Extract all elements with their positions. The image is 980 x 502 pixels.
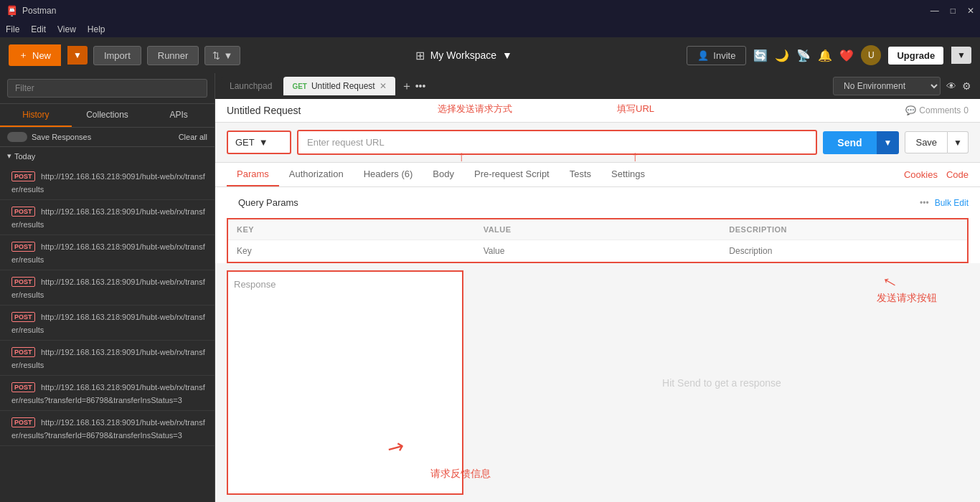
code-link[interactable]: Code xyxy=(946,169,969,180)
invite-button[interactable]: 👤 Invite xyxy=(687,46,746,65)
moon-icon[interactable]: 🌙 xyxy=(775,49,789,62)
list-item[interactable]: POST http://192.168.163.218:9091/hubt-we… xyxy=(0,200,215,235)
chevron-down-icon: ▾ xyxy=(7,151,11,161)
avatar[interactable]: U xyxy=(861,45,881,65)
new-dropdown-button[interactable]: ▼ xyxy=(67,46,88,65)
comments-button[interactable]: 💬 Comments 0 xyxy=(905,105,969,115)
description-column-header: DESCRIPTION xyxy=(720,219,968,240)
close-btn[interactable]: ✕ xyxy=(967,6,974,16)
list-item[interactable]: POST http://192.168.163.218:9091/hubt-we… xyxy=(0,306,215,341)
title-bar-left: 📮 Postman xyxy=(6,5,56,16)
tab-collections[interactable]: Collections xyxy=(72,104,143,127)
environment-select[interactable]: No Environment xyxy=(833,77,941,95)
sync-icon: ⇅ xyxy=(212,50,220,61)
tab-apis[interactable]: APIs xyxy=(143,104,215,127)
method-badge: POST xyxy=(11,382,35,392)
tab-untitled-request[interactable]: GET Untitled Request ✕ xyxy=(283,77,395,95)
import-button[interactable]: Import xyxy=(93,46,141,65)
eye-icon[interactable]: 👁 xyxy=(946,80,956,92)
send-button[interactable]: Send xyxy=(823,131,876,154)
item-url: http://192.168.163.218:9091/hubt-web/rx/… xyxy=(11,242,205,264)
menu-edit[interactable]: Edit xyxy=(31,24,46,34)
url-input[interactable] xyxy=(298,131,816,153)
cookies-code-area: Cookies Code xyxy=(904,163,969,186)
list-item[interactable]: POST http://192.168.163.218:9091/hubt-we… xyxy=(0,341,215,376)
refresh-icon[interactable]: 🔄 xyxy=(753,49,768,62)
api-sync-button[interactable]: ⇅ ▼ xyxy=(204,46,240,65)
upgrade-button[interactable]: Upgrade xyxy=(888,47,943,65)
request-title-bar: Untitled Request 💬 Comments 0 xyxy=(215,99,980,123)
main-layout: History Collections APIs Save Responses … xyxy=(0,73,980,502)
list-item[interactable]: POST http://192.168.163.218:9091/hubt-we… xyxy=(0,270,215,306)
runner-button[interactable]: Runner xyxy=(147,46,199,65)
item-url: http://192.168.163.218:9091/hubt-web/rx/… xyxy=(11,383,205,404)
more-options-button[interactable]: ••• xyxy=(920,198,929,208)
list-item[interactable]: POST http://192.168.163.218:9091/hubt-we… xyxy=(0,165,215,200)
tab-body[interactable]: Body xyxy=(423,163,464,186)
tab-params[interactable]: Params xyxy=(227,163,279,186)
tab-launchpad[interactable]: Launchpad xyxy=(221,77,281,95)
send-button-group: Send ▼ xyxy=(823,131,899,154)
menu-file[interactable]: File xyxy=(6,24,19,34)
list-item[interactable]: POST http://192.168.163.218:9091/hubt-we… xyxy=(0,411,215,446)
tab-prerequest[interactable]: Pre-request Script xyxy=(464,163,560,186)
env-bar: No Environment 👁 ⚙ xyxy=(824,77,980,95)
toolbar-right: 👤 Invite 🔄 🌙 📡 🔔 ❤️ U Upgrade ▼ xyxy=(687,45,971,65)
save-dropdown-button[interactable]: ▼ xyxy=(948,131,969,153)
menu-view[interactable]: View xyxy=(57,24,76,34)
clear-all-button[interactable]: Clear all xyxy=(179,133,207,141)
value-input[interactable] xyxy=(484,246,712,256)
url-bar-container: 选择发送请求方式 填写URL ↓ ↓ GET ▼ S xyxy=(215,123,980,163)
history-list: POST http://192.168.163.218:9091/hubt-we… xyxy=(0,165,215,502)
list-item[interactable]: POST http://192.168.163.218:9091/hubt-we… xyxy=(0,235,215,270)
key-cell xyxy=(227,240,475,263)
menu-help[interactable]: Help xyxy=(88,24,105,34)
satellite-icon[interactable]: 📡 xyxy=(796,49,811,62)
filter-input[interactable] xyxy=(7,79,207,98)
sidebar-tabs: History Collections APIs xyxy=(0,104,215,128)
tab-headers[interactable]: Headers (6) xyxy=(354,163,423,186)
item-url: http://192.168.163.218:9091/hubt-web/rx/… xyxy=(11,172,205,194)
bulk-edit-button[interactable]: Bulk Edit xyxy=(935,198,969,208)
sidebar: History Collections APIs Save Responses … xyxy=(0,73,215,502)
bell-icon[interactable]: 🔔 xyxy=(818,49,832,62)
item-url: http://192.168.163.218:9091/hubt-web/rx/… xyxy=(11,313,205,334)
request-tabs: Params Authorization Headers (6) Body Pr… xyxy=(215,163,980,187)
tab-history[interactable]: History xyxy=(0,104,72,127)
upgrade-dropdown-button[interactable]: ▼ xyxy=(951,47,971,64)
postman-icon: 📮 xyxy=(6,5,18,16)
workspace-button[interactable]: ⊞ My Workspace ▼ xyxy=(415,49,512,62)
description-input[interactable] xyxy=(729,246,958,256)
toggle-switch[interactable] xyxy=(7,132,27,142)
cookies-link[interactable]: Cookies xyxy=(904,169,938,180)
method-badge: POST xyxy=(11,312,35,322)
send-dropdown-button[interactable]: ▼ xyxy=(877,131,900,154)
maximize-btn[interactable]: □ xyxy=(951,6,956,16)
save-button[interactable]: Save xyxy=(905,131,948,153)
params-header: Query Params ••• Bulk Edit xyxy=(215,187,980,218)
tab-settings[interactable]: Settings xyxy=(601,163,655,186)
response-section: Response xyxy=(227,270,463,495)
key-input[interactable] xyxy=(237,246,466,256)
tab-more-button[interactable]: ••• xyxy=(415,80,426,92)
tab-tests[interactable]: Tests xyxy=(560,163,601,186)
list-item[interactable]: POST http://192.168.163.218:9091/hubt-we… xyxy=(0,376,215,411)
chevron-down-icon: ▼ xyxy=(502,49,512,61)
window-controls[interactable]: — □ ✕ xyxy=(930,6,974,16)
new-button[interactable]: ＋ New xyxy=(9,44,61,66)
settings-icon[interactable]: ⚙ xyxy=(962,80,971,92)
params-table: KEY VALUE DESCRIPTION xyxy=(227,218,969,263)
method-badge: POST xyxy=(11,347,35,357)
tab-close-icon[interactable]: ✕ xyxy=(380,81,387,91)
heart-icon[interactable]: ❤️ xyxy=(839,49,854,62)
tab-authorization[interactable]: Authorization xyxy=(279,163,354,186)
item-url: http://192.168.163.218:9091/hubt-web/rx/… xyxy=(11,418,205,440)
save-responses-toggle[interactable]: Save Responses xyxy=(7,132,91,142)
content-area: Launchpad GET Untitled Request ✕ ＋ ••• N… xyxy=(215,73,980,502)
params-actions: ••• Bulk Edit xyxy=(920,198,969,208)
method-select[interactable]: GET ▼ xyxy=(227,131,291,154)
minimize-btn[interactable]: — xyxy=(930,6,939,16)
add-tab-button[interactable]: ＋ xyxy=(401,79,413,94)
lower-area: Response Hit Send to get a response 请求反馈… xyxy=(215,263,980,502)
item-url: http://192.168.163.218:9091/hubt-web/rx/… xyxy=(11,278,205,299)
